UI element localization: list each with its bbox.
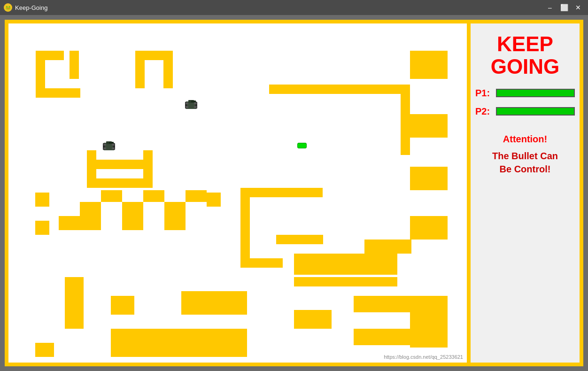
watermark: https://blog.csdn.net/qq_25233621 — [384, 354, 463, 360]
maze-block — [65, 277, 84, 329]
maze-block — [35, 343, 54, 357]
maze-block — [87, 178, 153, 188]
maze-block — [135, 51, 173, 60]
minimize-button[interactable]: – — [544, 3, 556, 12]
svg-rect-2 — [109, 142, 114, 144]
maze-block — [410, 51, 448, 79]
game-title-line2: GOING — [491, 55, 560, 78]
game-container: https://blog.csdn.net/qq_25233621 — [5, 20, 471, 366]
game-title-line1: KEEP — [491, 33, 560, 55]
game-title: KEEP GOING — [491, 33, 560, 78]
maze-block — [36, 51, 64, 60]
titlebar-left: 🐸 Keep-Going — [4, 3, 47, 12]
maze-block — [240, 188, 250, 268]
svg-rect-5 — [103, 144, 106, 146]
maze-block — [143, 150, 153, 188]
maze-block — [240, 188, 323, 197]
maze-block — [276, 235, 323, 244]
maze-block — [80, 202, 101, 230]
bullet-text-line2: Be Control! — [492, 162, 558, 176]
maze-block — [410, 216, 448, 240]
p2-row: P2: — [475, 106, 575, 117]
maze-block — [207, 193, 221, 207]
p1-health-bar — [496, 89, 575, 97]
p1-row: P1: — [475, 88, 575, 99]
tank-p1 — [185, 99, 198, 112]
p2-health-bar — [496, 107, 575, 116]
svg-rect-11 — [191, 100, 196, 102]
maze-block — [111, 343, 247, 357]
maze-block — [35, 221, 49, 235]
maze-block — [35, 193, 49, 207]
maze-block — [410, 167, 448, 190]
maze-block — [70, 51, 79, 79]
titlebar-controls: – ⬜ ✕ — [544, 3, 584, 12]
svg-rect-17 — [194, 106, 197, 108]
svg-rect-15 — [186, 106, 188, 108]
maze-block — [164, 202, 186, 230]
p1-label: P1: — [475, 88, 492, 99]
main-area: https://blog.csdn.net/qq_25233621 KEEP G… — [0, 15, 588, 371]
right-panel: KEEP GOING P1: P2: Attention! The Bullet… — [471, 20, 583, 366]
p2-health-bar-inner — [497, 108, 574, 115]
maze-block — [59, 216, 80, 230]
maze-block — [111, 329, 247, 343]
maze-block — [401, 85, 410, 155]
maze-block — [294, 310, 332, 329]
tank-p2 — [102, 140, 116, 153]
svg-rect-14 — [186, 102, 188, 104]
maze-block — [354, 329, 419, 345]
bullet-control-text: The Bullet Can Be Control! — [492, 149, 558, 176]
maze-block — [143, 190, 164, 202]
p2-label: P2: — [475, 106, 492, 117]
maze-block — [87, 150, 96, 188]
titlebar: 🐸 Keep-Going – ⬜ ✕ — [0, 0, 588, 15]
bullet-text-line1: The Bullet Can — [492, 149, 558, 162]
maximize-button[interactable]: ⬜ — [558, 3, 570, 12]
svg-rect-8 — [112, 147, 115, 149]
maze-block — [364, 240, 411, 254]
maze-block — [410, 114, 448, 138]
bullet — [297, 143, 307, 148]
app-icon: 🐸 — [4, 3, 12, 12]
titlebar-title: Keep-Going — [15, 4, 47, 11]
maze-block — [181, 296, 247, 315]
maze-block — [111, 296, 134, 315]
maze-block — [269, 85, 405, 94]
maze-block — [294, 277, 397, 286]
maze-block — [294, 254, 397, 275]
svg-rect-6 — [103, 147, 106, 149]
maze-block — [186, 190, 207, 202]
svg-rect-16 — [194, 102, 197, 104]
maze-block — [354, 296, 419, 312]
p1-health-bar-inner — [497, 90, 574, 96]
maze-block — [122, 202, 143, 230]
maze-block — [101, 190, 122, 202]
attention-text: Attention! — [503, 134, 547, 145]
maze-block — [87, 160, 153, 169]
svg-rect-7 — [112, 144, 115, 146]
close-button[interactable]: ✕ — [572, 3, 584, 12]
